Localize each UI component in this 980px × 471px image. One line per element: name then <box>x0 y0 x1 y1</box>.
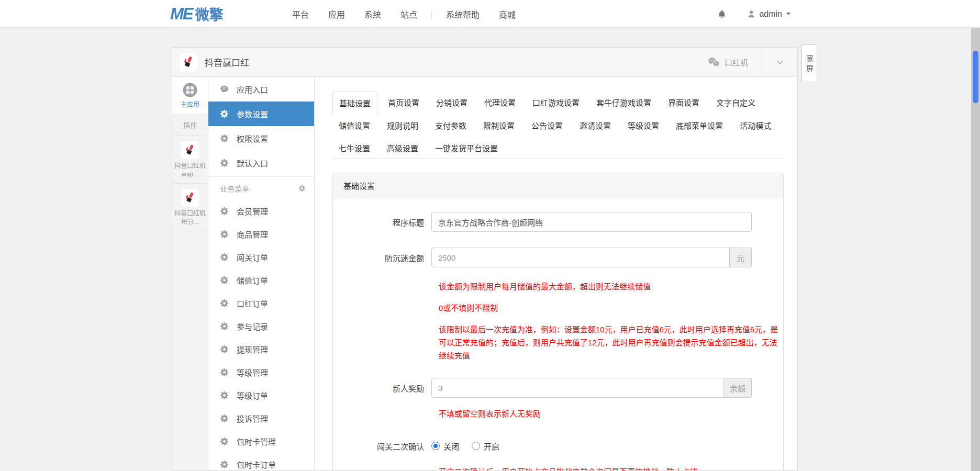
program-title-input[interactable] <box>431 212 752 232</box>
menu-item-label: 包时卡管理 <box>237 436 276 447</box>
chevron-down-icon <box>774 57 786 68</box>
gear-icon <box>220 230 229 239</box>
tab-home-settings[interactable]: 首页设置 <box>382 92 426 114</box>
tab-basic-settings[interactable]: 基础设置 <box>332 92 377 114</box>
tab-recharge-settings[interactable]: 储值设置 <box>332 115 376 136</box>
gear-icon <box>220 414 229 423</box>
panel-title: 基础设置 <box>333 173 783 198</box>
nav-item-platform[interactable]: 平台 <box>292 8 309 20</box>
weiengine-logo[interactable]: ME 微擎 <box>170 0 224 28</box>
menu-item-label: 参与记录 <box>237 321 268 332</box>
tab-payment-params[interactable]: 支付参数 <box>429 115 473 136</box>
tab-distribution-settings[interactable]: 分销设置 <box>430 92 474 114</box>
collapse-button[interactable] <box>762 48 797 76</box>
tab-cowboy-game-settings[interactable]: 套牛仔游戏设置 <box>590 92 658 114</box>
nav-item-apps[interactable]: 应用 <box>328 8 345 20</box>
gear-icon <box>220 159 229 167</box>
scrollbar-thumb[interactable] <box>973 51 978 103</box>
menu-item-default-entry[interactable]: 默认入口 <box>208 151 314 175</box>
account-switcher[interactable]: 口红机 <box>708 57 762 68</box>
menu-item-product-mgmt[interactable]: 商品管理 <box>208 222 314 245</box>
menu-item-recharge-orders[interactable]: 储值订单 <box>208 268 314 291</box>
menu-item-label: 会员管理 <box>237 206 268 217</box>
menu-item-parameter-settings[interactable]: 参数设置 <box>208 102 314 126</box>
menu-item-app-entry[interactable]: 应用入口 <box>208 77 314 102</box>
field-anti-addiction: 防沉迷金额 元 该金额为限制用户每月储值的最大金额，超出则无法继续储值 0或不填… <box>348 248 769 362</box>
tab-rules[interactable]: 规则说明 <box>381 115 425 136</box>
wechat-icon <box>708 57 720 67</box>
menu-item-complaint-mgmt[interactable]: 投诉管理 <box>208 407 314 430</box>
tab-qiniu-settings[interactable]: 七牛设置 <box>332 137 376 159</box>
anti-addiction-unit: 元 <box>730 248 752 267</box>
tab-agent-settings[interactable]: 代理设置 <box>478 92 522 114</box>
tab-bottom-menu-settings[interactable]: 底部菜单设置 <box>670 115 729 136</box>
menu-item-withdrawal-mgmt[interactable]: 提现管理 <box>208 338 314 361</box>
user-avatar-icon <box>747 9 756 19</box>
menu-section-label: 业务菜单 <box>220 183 249 194</box>
panel-body: 程序标题 防沉迷金额 <box>333 198 783 470</box>
tab-level-settings[interactable]: 等级设置 <box>621 115 665 136</box>
app-icon <box>179 53 198 72</box>
rail-app-wap-label: 抖音口红机wap... <box>174 162 206 178</box>
gear-icon[interactable] <box>298 185 306 192</box>
menu-item-level-mgmt[interactable]: 等级管理 <box>208 361 314 384</box>
menu-item-timecard-orders[interactable]: 包时卡订单 <box>208 453 314 470</box>
tab-interface-settings[interactable]: 界面设置 <box>662 92 706 114</box>
menu-item-label: 闯关订单 <box>237 252 268 263</box>
help-text: 该限制以最后一次充值为准，例如：设置金额10元，用户已充值6元，此时用户选择再充… <box>439 323 782 362</box>
newcomer-reward-input[interactable] <box>431 378 724 398</box>
username: admin <box>759 9 782 19</box>
menu-item-label: 等级订单 <box>237 390 268 401</box>
anti-addiction-input[interactable] <box>431 248 730 267</box>
menu-item-label: 储值订单 <box>237 275 268 286</box>
gear-icon <box>220 134 229 143</box>
user-menu[interactable]: admin <box>747 9 790 19</box>
help-text: 不填或留空则表示新人无奖励 <box>439 407 782 420</box>
caret-down-icon <box>786 13 790 15</box>
menu-item-level-orders[interactable]: 等级订单 <box>208 384 314 407</box>
tab-invitation-settings[interactable]: 邀请设置 <box>573 115 617 136</box>
help-text: 开启二次确认后，用户开始点商品挑战之前会询问是否真的挑战，防止点错 <box>439 465 782 470</box>
gear-icon <box>220 460 229 469</box>
app-card: 抖音赢口红 口红机 主应用 插件 <box>172 47 798 471</box>
nav-item-site[interactable]: 站点 <box>400 8 417 20</box>
menu-item-label: 应用入口 <box>237 84 268 95</box>
nav-item-help[interactable]: 系统帮助 <box>446 8 480 20</box>
page-body: 抖音赢口红 口红机 主应用 插件 <box>0 28 980 471</box>
menu-item-label: 默认入口 <box>237 158 268 169</box>
scrollbar-track[interactable] <box>971 28 980 471</box>
nav-right: admin <box>717 0 790 28</box>
rail-item-app-wap[interactable]: 抖音口红机wap... <box>172 136 208 184</box>
gear-icon <box>220 276 229 285</box>
menu-item-label: 投诉管理 <box>237 413 268 424</box>
settings-tabs: 基础设置 首页设置 分销设置 代理设置 口红游戏设置 套牛仔游戏设置 界面设置 … <box>332 91 784 159</box>
menu-item-lipstick-orders[interactable]: 口红订单 <box>208 291 314 315</box>
menu-item-label: 口红订单 <box>237 298 268 309</box>
tab-lipstick-game-settings[interactable]: 口红游戏设置 <box>526 92 586 114</box>
menu-item-permission-settings[interactable]: 权限设置 <box>208 126 314 151</box>
radio-option-off[interactable]: 关闭 <box>431 441 459 452</box>
menu-item-member-mgmt[interactable]: 会员管理 <box>208 199 314 222</box>
nav-item-store[interactable]: 商城 <box>499 8 516 20</box>
tab-advanced-settings[interactable]: 高级设置 <box>381 137 425 159</box>
rail-plugins-label: 插件 <box>172 114 208 136</box>
tab-text-customization[interactable]: 文字自定义 <box>710 92 762 114</box>
rail-app-points-label: 抖音口红机积分... <box>174 209 206 226</box>
nav-item-system[interactable]: 系统 <box>364 8 381 20</box>
tab-oneclick-shipping-settings[interactable]: 一键发货平台设置 <box>429 137 504 159</box>
menu-item-label: 商品管理 <box>237 229 268 240</box>
menu-item-participation-records[interactable]: 参与记录 <box>208 315 314 338</box>
menu-item-timecard-mgmt[interactable]: 包时卡管理 <box>208 430 314 453</box>
challenge-confirm-label: 闯关二次确认 <box>348 441 431 452</box>
widescreen-toggle[interactable]: 宽屏 <box>801 44 817 82</box>
tab-activity-mode[interactable]: 活动模式 <box>733 115 777 136</box>
rail-item-app-points[interactable]: 抖音口红机积分... <box>172 184 208 231</box>
menu-item-challenge-orders[interactable]: 闯关订单 <box>208 245 314 268</box>
notification-bell-icon[interactable] <box>717 9 727 19</box>
tab-announcement-settings[interactable]: 公告设置 <box>525 115 569 136</box>
tab-limit-settings[interactable]: 限制设置 <box>477 115 521 136</box>
rail-item-main-app[interactable]: 主应用 <box>172 77 208 114</box>
gear-icon <box>220 253 229 262</box>
gear-icon <box>220 109 229 118</box>
radio-option-on[interactable]: 开启 <box>472 441 499 452</box>
